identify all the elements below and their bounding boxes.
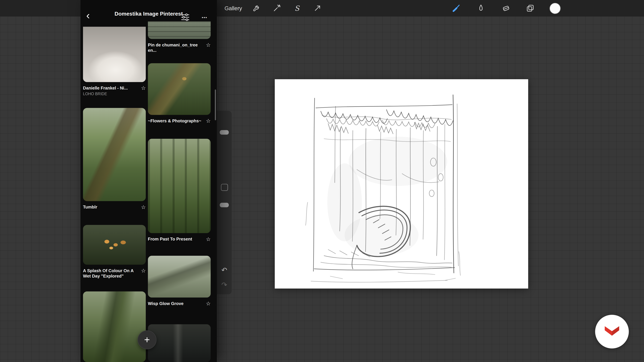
pin-title[interactable]: From Past To Present xyxy=(148,237,204,242)
star-icon[interactable]: ☆ xyxy=(140,204,146,210)
filter-sliders-icon[interactable] xyxy=(181,13,190,21)
color-circle xyxy=(550,3,560,14)
pin-title[interactable]: A Splash Of Colour On A Wet Day "Explore… xyxy=(83,268,138,279)
star-icon[interactable]: ☆ xyxy=(205,118,211,123)
undo-button[interactable]: ↶ xyxy=(217,267,232,274)
drawing-canvas[interactable] xyxy=(275,79,528,289)
star-icon[interactable]: ☆ xyxy=(140,268,146,273)
back-chevron-icon[interactable]: ‹ xyxy=(86,10,90,21)
pin-image-mossy-tree[interactable] xyxy=(83,292,146,362)
board-title: Domestika Image Pinterest xyxy=(109,11,188,17)
pin-title[interactable]: ~Flowers & Photographs~ xyxy=(148,118,204,123)
star-icon[interactable]: ☆ xyxy=(205,42,211,48)
star-icon[interactable]: ☆ xyxy=(205,301,211,306)
pin-image-bridal-gown[interactable] xyxy=(83,27,146,82)
pin-image-mushroom-log[interactable] xyxy=(148,63,211,115)
pin-card: Wisp Glow Grove ☆ xyxy=(148,256,211,306)
transform-arrow-icon[interactable] xyxy=(311,0,324,16)
pin-card: A Splash Of Colour On A Wet Day "Explore… xyxy=(83,225,146,279)
brush-icon[interactable] xyxy=(450,0,462,16)
procreate-app: Gallery S xyxy=(0,0,644,362)
selection-icon[interactable]: S xyxy=(291,0,303,16)
pin-image-foggy-branch[interactable] xyxy=(148,256,211,298)
pin-card: Danielle Frankel - Ni... ☆ LOHO BRIDE xyxy=(83,27,146,96)
pin-title[interactable]: Pin de chumani_on_tree en... xyxy=(148,42,204,53)
pin-image-fungi-log[interactable] xyxy=(83,225,146,265)
pin-card xyxy=(83,292,146,362)
brush-side-toolbar: ↶ ↷ xyxy=(217,111,232,294)
add-pin-button[interactable]: + xyxy=(138,330,156,349)
pin-card: From Past To Present ☆ xyxy=(148,139,211,242)
adjustments-wand-icon[interactable] xyxy=(271,0,283,16)
badge-logo-icon xyxy=(603,324,621,339)
pinterest-slideover-panel: ‹ Domestika Image Pinterest ••• Danielle… xyxy=(80,0,217,362)
pin-title[interactable]: Tumblr xyxy=(83,204,138,210)
pin-image-mossy-log[interactable] xyxy=(83,108,146,201)
pin-card: ~Flowers & Photographs~ ☆ xyxy=(148,63,211,123)
smudge-finger-icon[interactable] xyxy=(475,0,487,16)
actions-wrench-icon[interactable] xyxy=(250,0,263,16)
pin-image-dark-rock[interactable] xyxy=(148,324,211,362)
recording-watermark-badge xyxy=(595,315,629,349)
pin-card: Tumblr ☆ xyxy=(83,108,146,210)
modify-button[interactable] xyxy=(221,184,228,191)
gallery-button[interactable]: Gallery xyxy=(222,0,245,16)
pin-card xyxy=(148,324,211,362)
canvas-sketch xyxy=(275,79,528,289)
pinterest-header: ‹ Domestika Image Pinterest ••• xyxy=(80,0,217,26)
brush-opacity-slider[interactable] xyxy=(220,203,229,207)
pin-title[interactable]: Wisp Glow Grove xyxy=(148,301,204,306)
eraser-icon[interactable] xyxy=(500,0,512,16)
more-options-icon[interactable]: ••• xyxy=(199,13,210,21)
layers-icon[interactable] xyxy=(524,0,536,16)
scrollbar-indicator[interactable] xyxy=(215,89,216,120)
brush-size-slider[interactable] xyxy=(220,130,229,135)
star-icon[interactable]: ☆ xyxy=(140,85,146,91)
redo-button[interactable]: ↷ xyxy=(217,282,232,289)
pin-image-forest-path[interactable] xyxy=(148,139,211,233)
pin-title[interactable]: Danielle Frankel - Ni... xyxy=(83,85,138,91)
pin-subtitle: LOHO BRIDE xyxy=(83,91,146,96)
star-icon[interactable]: ☆ xyxy=(205,237,211,242)
current-color-swatch[interactable] xyxy=(549,0,561,16)
